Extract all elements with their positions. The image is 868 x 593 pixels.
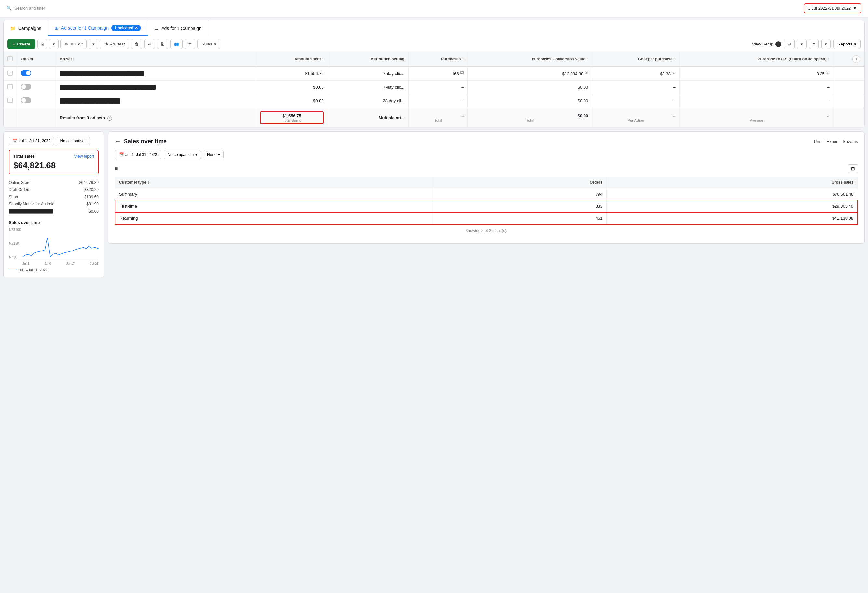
row3-checkbox[interactable] [7, 98, 13, 103]
total-sales-label: Total sales [13, 154, 35, 159]
edit-chevron-button[interactable]: ▾ [89, 39, 98, 49]
select-all-header[interactable] [4, 52, 17, 66]
reports-button[interactable]: Reports ▾ [833, 39, 861, 49]
row2-conv: $0.00 [578, 85, 588, 90]
date-picker-chevron: ▼ [853, 6, 857, 11]
export-button[interactable]: Export [827, 139, 839, 144]
breakdown-button[interactable]: ≡ [809, 39, 819, 49]
row3-roas: – [827, 99, 829, 103]
delete-button[interactable]: 🗑 [131, 39, 142, 49]
abtest-button[interactable]: ⚗ A/B test [100, 39, 129, 49]
create-plus-icon: + [13, 41, 15, 47]
row2-checkbox[interactable] [7, 84, 13, 89]
row3-toggle-cell[interactable] [17, 94, 56, 108]
y-label-5k: NZ$5K [9, 242, 22, 245]
col-roas[interactable]: Purchase ROAS (return on ad spend) ↕ [679, 52, 834, 66]
edit-button[interactable]: ✏ ✏ Edit [61, 39, 87, 49]
share-button[interactable]: ⇄ [185, 39, 195, 49]
reports-chevron-icon: ▾ [854, 41, 856, 47]
col-orders-label: Orders [590, 180, 602, 185]
col-purchases[interactable]: Purchases ↕ [409, 52, 468, 66]
tab-ads[interactable]: ▭ Ads for 1 Campaign [148, 21, 208, 36]
row3-name: ████████████████████ [60, 99, 120, 103]
col-customer-type[interactable]: Customer type ↕ [115, 177, 433, 188]
row1-checkbox-cell[interactable] [4, 66, 17, 81]
report-grid-button[interactable]: ⊞ [848, 165, 858, 173]
search-placeholder[interactable]: Search and filter [14, 6, 45, 11]
row3-name-cell[interactable]: ████████████████████ [56, 94, 256, 108]
row1-roas: 8.35 [816, 72, 824, 77]
view-setup-button[interactable]: View Setup [752, 41, 781, 47]
row1-name-cell[interactable]: ████████████████████████████ [56, 66, 256, 81]
print-button[interactable]: Print [814, 139, 823, 144]
columns-button[interactable]: ⊞ [784, 39, 794, 49]
col-cost-per[interactable]: Cost per purchase ↕ [592, 52, 679, 66]
adsets-badge[interactable]: 1 selected ✕ [111, 25, 141, 31]
row2-attribution: 7-day clic... [383, 85, 404, 90]
row2-purchases-cell: – [409, 81, 468, 94]
col-purchases-label: Purchases [441, 57, 461, 62]
columns-chevron-button[interactable]: ▾ [797, 39, 806, 49]
view-setup-toggle[interactable] [775, 41, 781, 47]
tab-adsets[interactable]: ⊞ Ad sets for 1 Campaign 1 selected ✕ [48, 21, 148, 36]
rules-label: Rules [202, 41, 212, 47]
view-report-link[interactable]: View report [74, 154, 94, 159]
col-gross-sales[interactable]: Gross sales [607, 177, 858, 188]
shopify-no-compare-label: No comparison [60, 139, 87, 143]
col-attribution[interactable]: Attribution setting [328, 52, 408, 66]
chart-area: NZ$10K NZ$5K NZ$0 [9, 227, 99, 260]
tab-campaigns[interactable]: 📁 Campaigns [4, 21, 48, 36]
row2-checkbox-cell[interactable] [4, 81, 17, 94]
report-none-button[interactable]: None ▾ [204, 150, 224, 159]
row1-toggle[interactable] [21, 70, 31, 76]
row2-name-cell[interactable]: ████████████████████████████████ [56, 81, 256, 94]
row2-toggle-cell[interactable] [17, 81, 56, 94]
report-no-compare-button[interactable]: No comparison ▾ [164, 150, 201, 159]
report-date-button[interactable]: 📅 Jul 1–Jul 31, 2022 [115, 150, 161, 159]
create-button[interactable]: + Create [7, 39, 35, 49]
add-column-button[interactable]: + [852, 55, 860, 63]
row3-checkbox-cell[interactable] [4, 94, 17, 108]
undo-button[interactable]: ↩ [144, 39, 155, 49]
audience-button[interactable]: 👥 [170, 39, 183, 49]
col-conv-value[interactable]: Purchases Conversion Value ↕ [468, 52, 592, 66]
report-filter-button[interactable]: ≡ [115, 166, 118, 172]
add-column-header[interactable]: + [834, 52, 864, 66]
row2-roas-cell: – [679, 81, 834, 94]
summary-purchases-sub: Total [413, 118, 464, 122]
row2-toggle[interactable] [21, 84, 31, 90]
row3-toggle[interactable] [21, 97, 31, 103]
row3-cost-cell: – [592, 94, 679, 108]
adsets-table: Off/On Ad set ↕ Amount spent ↕ [4, 52, 864, 128]
report-panel: ← Sales over time Print Export Save as 📅… [108, 131, 865, 244]
shopify-no-compare-button[interactable]: No comparison [56, 137, 90, 145]
edit-label: ✏ Edit [71, 41, 83, 47]
shopify-date-button[interactable]: 📅 Jul 1–Jul 31, 2022 [9, 137, 54, 145]
select-all-checkbox[interactable] [7, 56, 13, 62]
channel-online-store: Online Store [9, 180, 31, 185]
summary-info-icon[interactable]: i [107, 116, 112, 121]
bottom-area: 📅 Jul 1–Jul 31, 2022 No comparison Total… [3, 131, 865, 278]
save-as-button[interactable]: Save as [843, 139, 858, 144]
row1-cost-sup: [2] [672, 71, 676, 74]
rules-button[interactable]: Rules ▾ [197, 39, 220, 49]
duplicate-chevron-button[interactable]: ▾ [49, 39, 59, 49]
row1-checkbox[interactable] [7, 71, 13, 76]
summary-extra [834, 108, 864, 128]
chart-y-labels: NZ$10K NZ$5K NZ$0 [9, 227, 22, 260]
row1-roas-sup: [2] [826, 71, 829, 74]
archive-button[interactable]: 🗄 [157, 39, 168, 49]
row1-toggle-cell[interactable] [17, 66, 56, 81]
col-amount[interactable]: Amount spent ↕ [256, 52, 328, 66]
col-orders[interactable]: Orders [433, 177, 607, 188]
col-offon[interactable]: Off/On [17, 52, 56, 66]
back-button[interactable]: ← [115, 138, 121, 145]
duplicate-button[interactable]: ⎘ [37, 39, 47, 49]
badge-close-icon[interactable]: ✕ [134, 26, 138, 30]
col-adset[interactable]: Ad set ↕ [56, 52, 256, 66]
col-customer-type-label: Customer type ↕ [119, 180, 149, 185]
breakdown-chevron-button[interactable]: ▾ [821, 39, 831, 49]
date-picker[interactable]: 1 Jul 2022-31 Jul 2022 ▼ [804, 3, 862, 13]
list-item: Shopify Mobile for Android $81.90 [9, 200, 99, 207]
report-grid-icon: ⊞ [851, 166, 855, 171]
